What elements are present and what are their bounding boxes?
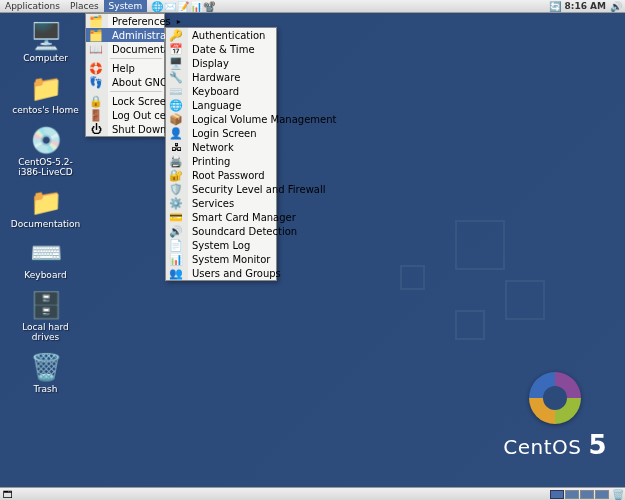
browser-launcher-icon[interactable]: 🌐 bbox=[151, 1, 162, 12]
network-icon: 🖧 bbox=[169, 140, 183, 154]
administration-submenu: 🔑Authentication📅Date & Time🖥️Display🔧Har… bbox=[165, 27, 277, 281]
mail-launcher-icon[interactable]: ✉️ bbox=[164, 1, 175, 12]
admin-item-hardware[interactable]: 🔧Hardware bbox=[166, 70, 276, 84]
clock[interactable]: 8:16 AM bbox=[565, 1, 606, 11]
menu-item-label: Soundcard Detection bbox=[192, 226, 297, 237]
bottom-panel: 🗔 🗑️ bbox=[0, 487, 625, 500]
admin-item-lvm[interactable]: 📦Logical Volume Management bbox=[166, 112, 276, 126]
desktop-icon-trash[interactable]: 🗑️Trash bbox=[8, 351, 83, 395]
centos-logo: CentOS 5 bbox=[503, 372, 607, 460]
menu-item-label: Users and Groups bbox=[192, 268, 281, 279]
show-desktop-button[interactable]: 🗔 bbox=[2, 489, 13, 500]
language-icon: 🌐 bbox=[169, 98, 183, 112]
root-password-icon: 🔐 bbox=[169, 168, 183, 182]
security-icon: 🛡️ bbox=[169, 182, 183, 196]
services-icon: ⚙️ bbox=[169, 196, 183, 210]
desktop-icon-documentation[interactable]: 📁Documentation bbox=[8, 186, 83, 230]
logo-version: 5 bbox=[588, 430, 607, 460]
admin-item-users[interactable]: 👥Users and Groups bbox=[166, 266, 276, 280]
admin-item-smartcard[interactable]: 💳Smart Card Manager bbox=[166, 210, 276, 224]
shutdown-icon: ⏻ bbox=[89, 122, 103, 136]
help-icon: 🛟 bbox=[89, 61, 103, 75]
desktop-icon-keyboard[interactable]: ⌨️Keyboard bbox=[8, 237, 83, 281]
workspace-3[interactable] bbox=[580, 490, 594, 499]
menu-separator bbox=[110, 58, 162, 59]
wallpaper-decoration bbox=[365, 160, 565, 360]
admin-item-authentication[interactable]: 🔑Authentication bbox=[166, 28, 276, 42]
livecd-icon: 💿 bbox=[30, 124, 62, 156]
system-menu: 🗂️Preferences▸🗂️Administration▸📖Document… bbox=[85, 13, 165, 137]
trash-applet-icon[interactable]: 🗑️ bbox=[612, 489, 623, 500]
menu-item-label: Security Level and Firewall bbox=[192, 184, 326, 195]
desktop-icon-local-drives[interactable]: 🗄️Local hard drives bbox=[8, 289, 83, 343]
admin-item-network[interactable]: 🖧Network bbox=[166, 140, 276, 154]
local-drives-icon: 🗄️ bbox=[30, 289, 62, 321]
admin-item-login-screen[interactable]: 👤Login Screen bbox=[166, 126, 276, 140]
menu-item-label: Smart Card Manager bbox=[192, 212, 296, 223]
centos-mark-icon bbox=[529, 372, 581, 424]
admin-item-display[interactable]: 🖥️Display bbox=[166, 56, 276, 70]
top-panel: Applications Places System 🌐 ✉️ 📝 📊 📽️ 🔄… bbox=[0, 0, 625, 13]
menu-item-preferences[interactable]: 🗂️Preferences▸ bbox=[86, 14, 164, 28]
workspace-1[interactable] bbox=[550, 490, 564, 499]
desktop-icon-livecd[interactable]: 💿CentOS-5.2-i386-LiveCD bbox=[8, 124, 83, 178]
spreadsheet-launcher-icon[interactable]: 📊 bbox=[190, 1, 201, 12]
desktop-icon-computer[interactable]: 🖥️Computer bbox=[8, 20, 83, 64]
menu-item-label: Logical Volume Management bbox=[192, 114, 336, 125]
documentation-icon: 📁 bbox=[30, 186, 62, 218]
desktop-icon-label: Local hard drives bbox=[8, 323, 83, 343]
places-menu[interactable]: Places bbox=[65, 0, 104, 12]
smartcard-icon: 💳 bbox=[169, 210, 183, 224]
hardware-icon: 🔧 bbox=[169, 70, 183, 84]
logo-name: CentOS bbox=[503, 435, 588, 459]
admin-item-printing[interactable]: 🖨️Printing bbox=[166, 154, 276, 168]
desktop-icon-label: Keyboard bbox=[24, 271, 66, 281]
menu-item-label: Keyboard bbox=[192, 86, 239, 97]
admin-item-root-password[interactable]: 🔐Root Password bbox=[166, 168, 276, 182]
menu-item-about[interactable]: 👣About GNOME bbox=[86, 75, 164, 89]
menu-item-label: Date & Time bbox=[192, 44, 255, 55]
login-screen-icon: 👤 bbox=[169, 126, 183, 140]
admin-item-security[interactable]: 🛡️Security Level and Firewall bbox=[166, 182, 276, 196]
admin-item-services[interactable]: ⚙️Services bbox=[166, 196, 276, 210]
volume-icon[interactable]: 🔊 bbox=[610, 1, 621, 12]
menu-item-shutdown[interactable]: ⏻Shut Down... bbox=[86, 122, 164, 136]
desktop-icon-home[interactable]: 📁centos's Home bbox=[8, 72, 83, 116]
submenu-arrow-icon: ▸ bbox=[171, 17, 181, 26]
applications-menu[interactable]: Applications bbox=[0, 0, 65, 12]
update-notifier-icon[interactable]: 🔄 bbox=[550, 1, 561, 12]
admin-item-language[interactable]: 🌐Language bbox=[166, 98, 276, 112]
logout-icon: 🚪 bbox=[89, 108, 103, 122]
preferences-icon: 🗂️ bbox=[89, 14, 103, 28]
desktop-icons-area: 🖥️Computer📁centos's Home💿CentOS-5.2-i386… bbox=[8, 20, 83, 395]
office-launcher-icon[interactable]: 📝 bbox=[177, 1, 188, 12]
admin-item-keyboard[interactable]: ⌨️Keyboard bbox=[166, 84, 276, 98]
menu-item-administration[interactable]: 🗂️Administration▸ bbox=[86, 28, 164, 42]
centos-logo-text: CentOS 5 bbox=[503, 430, 607, 460]
menu-item-documentation[interactable]: 📖Documentation▸ bbox=[86, 42, 164, 56]
menu-item-label: Network bbox=[192, 142, 234, 153]
menu-item-lock[interactable]: 🔒Lock Screen bbox=[86, 94, 164, 108]
admin-item-datetime[interactable]: 📅Date & Time bbox=[166, 42, 276, 56]
presentation-launcher-icon[interactable]: 📽️ bbox=[203, 1, 214, 12]
about-icon: 👣 bbox=[89, 75, 103, 89]
admin-item-sysmon[interactable]: 📊System Monitor bbox=[166, 252, 276, 266]
desktop-icon-label: CentOS-5.2-i386-LiveCD bbox=[8, 158, 83, 178]
menu-item-label: Services bbox=[192, 198, 234, 209]
display-icon: 🖥️ bbox=[169, 56, 183, 70]
menu-item-label: System Log bbox=[192, 240, 250, 251]
workspace-2[interactable] bbox=[565, 490, 579, 499]
home-icon: 📁 bbox=[30, 72, 62, 104]
system-menu-button[interactable]: System bbox=[104, 0, 148, 12]
desktop-icon-label: Computer bbox=[23, 54, 68, 64]
workspace-4[interactable] bbox=[595, 490, 609, 499]
menu-item-label: Display bbox=[192, 58, 229, 69]
admin-item-soundcard[interactable]: 🔊Soundcard Detection bbox=[166, 224, 276, 238]
menu-separator bbox=[110, 91, 162, 92]
menu-item-logout[interactable]: 🚪Log Out centos... bbox=[86, 108, 164, 122]
menu-item-help[interactable]: 🛟Help bbox=[86, 61, 164, 75]
keyboard-icon: ⌨️ bbox=[30, 237, 62, 269]
admin-item-syslog[interactable]: 📄System Log bbox=[166, 238, 276, 252]
desktop-icon-label: centos's Home bbox=[12, 106, 79, 116]
users-icon: 👥 bbox=[169, 266, 183, 280]
